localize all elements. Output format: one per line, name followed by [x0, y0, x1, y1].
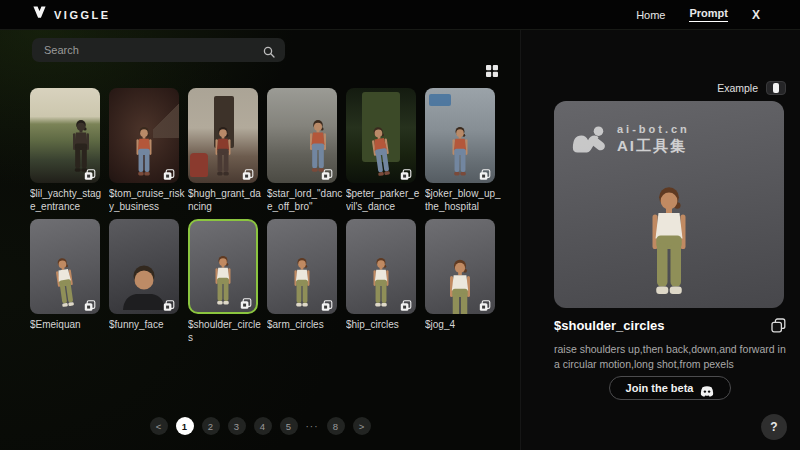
- gallery-grid: $lil_yachty_stage_entrance $tom_cruise_r…: [30, 88, 495, 344]
- person-figure: [445, 125, 475, 178]
- toggle-knob: [773, 83, 779, 93]
- copy-icon[interactable]: [400, 298, 412, 310]
- gallery-item-peter-parker[interactable]: $peter_parker_evil's_dance: [346, 88, 416, 213]
- thumbnail: [267, 219, 337, 314]
- item-label: $shoulder_circles: [188, 318, 264, 344]
- preview-video[interactable]: ai-bot.cn AI工具集: [554, 101, 784, 308]
- copy-icon[interactable]: [479, 298, 491, 310]
- page-1-button[interactable]: 1: [176, 417, 194, 435]
- search-icon: [263, 44, 275, 56]
- page-2-button[interactable]: 2: [202, 417, 220, 435]
- copy-prompt-icon[interactable]: [771, 318, 786, 333]
- thumbnail: [346, 219, 416, 314]
- viggle-logo[interactable]: VIGGLE: [32, 5, 111, 24]
- gallery-item-jog-4[interactable]: $jog_4: [425, 219, 495, 344]
- person-figure: [129, 125, 159, 178]
- person-figure: [440, 257, 480, 314]
- thumbnail: [188, 88, 258, 183]
- copy-icon[interactable]: [163, 167, 175, 179]
- app-header: VIGGLE Home Prompt X: [0, 0, 800, 30]
- grid-view-icon[interactable]: [484, 63, 500, 79]
- example-row: Example: [554, 80, 786, 96]
- sign-shape: [429, 94, 451, 106]
- page-ellipsis: ···: [306, 421, 319, 432]
- gallery-item-arm-circles[interactable]: $arm_circles: [267, 219, 337, 344]
- ai-bot-logo-icon: [570, 125, 608, 155]
- page-3-button[interactable]: 3: [228, 417, 246, 435]
- copy-icon[interactable]: [84, 167, 96, 179]
- gallery-item-joker[interactable]: $joker_blow_up_the_hospital: [425, 88, 495, 213]
- preview-title-row: $shoulder_circles: [554, 318, 786, 333]
- thumbnail: [346, 88, 416, 183]
- person-figure: [208, 125, 238, 178]
- preview-panel: Example ai-bot.cn AI工具集: [520, 30, 800, 450]
- example-label: Example: [717, 82, 758, 94]
- nav-home[interactable]: Home: [636, 9, 665, 21]
- item-label: $hugh_grant_dancing: [188, 187, 264, 213]
- page-next-button[interactable]: >: [353, 417, 371, 435]
- gallery-item-star-lord[interactable]: $star_lord_"dance_off_bro": [267, 88, 337, 213]
- gallery-item-tom-cruise[interactable]: $tom_cruise_risky_business: [109, 88, 179, 213]
- copy-icon[interactable]: [479, 167, 491, 179]
- watermark-cjk: AI工具集: [617, 137, 690, 156]
- person-figure: [287, 256, 317, 309]
- person-figure: [366, 256, 396, 309]
- watermark: ai-bot.cn AI工具集: [570, 123, 690, 156]
- copy-icon[interactable]: [400, 167, 412, 179]
- thumbnail: [109, 88, 179, 183]
- copy-icon[interactable]: [240, 296, 252, 308]
- page-8-button[interactable]: 8: [327, 417, 345, 435]
- page-5-button[interactable]: 5: [280, 417, 298, 435]
- copy-icon[interactable]: [321, 298, 333, 310]
- item-label: $lil_yachty_stage_entrance: [30, 187, 106, 213]
- thumbnail: [30, 219, 100, 314]
- copy-icon[interactable]: [84, 298, 96, 310]
- watermark-url: ai-bot.cn: [617, 123, 690, 135]
- preview-description: raise shoulders up,then back,down,and fo…: [554, 342, 786, 372]
- thumbnail-selected: [188, 219, 258, 314]
- item-label: $funny_face: [109, 318, 185, 331]
- thumbnail: [425, 219, 495, 314]
- copy-icon[interactable]: [321, 167, 333, 179]
- thumbnail: [109, 219, 179, 314]
- item-label: $arm_circles: [267, 318, 343, 331]
- page-prev-button[interactable]: <: [150, 417, 168, 435]
- viggle-v-icon: [32, 5, 47, 24]
- person-figure: [46, 254, 83, 311]
- gallery-item-hugh-grant[interactable]: $hugh_grant_dancing: [188, 88, 258, 213]
- thumbnail: [30, 88, 100, 183]
- gallery-panel: $lil_yachty_stage_entrance $tom_cruise_r…: [0, 30, 520, 450]
- pagination: < 1 2 3 4 5 ··· 8 >: [0, 417, 520, 435]
- join-beta-container: Join the beta: [554, 376, 786, 400]
- nav-prompt[interactable]: Prompt: [689, 7, 728, 22]
- join-beta-button[interactable]: Join the beta: [609, 376, 732, 400]
- preview-person-figure: [636, 183, 702, 300]
- discord-icon: [700, 383, 714, 394]
- preview-title: $shoulder_circles: [554, 318, 665, 333]
- help-button[interactable]: ?: [761, 414, 787, 440]
- join-beta-label: Join the beta: [626, 382, 694, 394]
- nav-x-link[interactable]: X: [752, 8, 760, 22]
- gallery-item-shoulder-circles[interactable]: $shoulder_circles: [188, 219, 258, 344]
- brand-text: VIGGLE: [54, 9, 111, 21]
- item-label: $peter_parker_evil's_dance: [346, 187, 422, 213]
- person-figure: [208, 254, 238, 307]
- gallery-item-hip-circles[interactable]: $hip_circles: [346, 219, 416, 344]
- search-input[interactable]: [44, 44, 263, 56]
- item-label: $joker_blow_up_the_hospital: [425, 187, 501, 213]
- gallery-item-emeiquan[interactable]: $Emeiquan: [30, 219, 100, 344]
- copy-icon[interactable]: [163, 298, 175, 310]
- item-label: $hip_circles: [346, 318, 422, 331]
- top-nav: Home Prompt X: [636, 7, 760, 22]
- gallery-item-funny-face[interactable]: $funny_face: [109, 219, 179, 344]
- item-label: $jog_4: [425, 318, 501, 331]
- search-bar[interactable]: [32, 38, 285, 62]
- item-label: $Emeiquan: [30, 318, 106, 331]
- thumbnail: [425, 88, 495, 183]
- copy-icon[interactable]: [242, 167, 254, 179]
- item-label: $star_lord_"dance_off_bro": [267, 187, 343, 213]
- gallery-item-lil-yachty[interactable]: $lil_yachty_stage_entrance: [30, 88, 100, 213]
- thumbnail: [267, 88, 337, 183]
- page-4-button[interactable]: 4: [254, 417, 272, 435]
- example-toggle[interactable]: [766, 81, 786, 95]
